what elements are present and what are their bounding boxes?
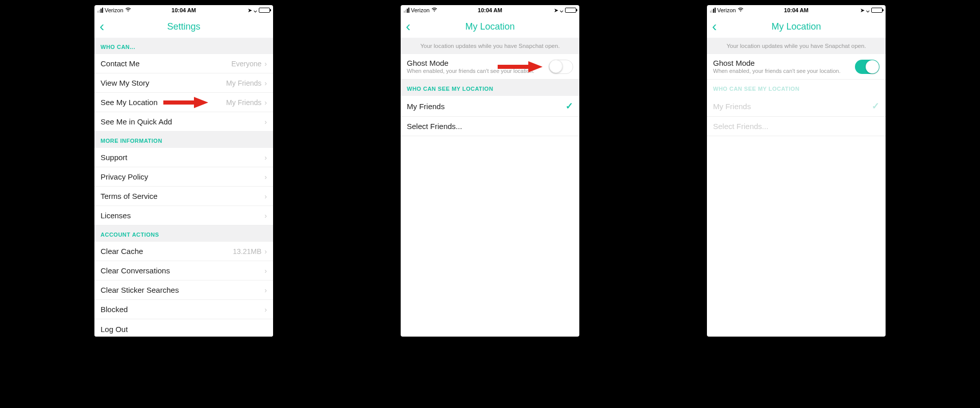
battery-icon [565,8,576,13]
row-view-my-story[interactable]: View My Story My Friends › [94,73,273,93]
chevron-right-icon: › [264,267,267,275]
signal-icon [97,8,103,13]
chevron-right-icon: › [264,192,267,200]
row-label: Clear Sticker Searches [101,286,264,294]
wifi-icon [431,7,437,13]
status-time: 10:04 AM [478,7,502,13]
section-header-who-can-see: WHO CAN SEE MY LOCATION [401,80,579,96]
location-icon: ➤ [860,7,865,14]
row-label: Ghost Mode [407,59,549,67]
row-ghost-mode[interactable]: Ghost Mode When enabled, your friends ca… [707,54,886,80]
row-label: Terms of Service [101,192,264,200]
chevron-right-icon: › [264,98,267,107]
section-header-more-info: MORE INFORMATION [94,132,273,148]
row-clear-conversations[interactable]: Clear Conversations › [94,261,273,280]
row-log-out[interactable]: Log Out [94,319,273,337]
row-licenses[interactable]: Licenses › [94,206,273,225]
chevron-right-icon: › [264,212,267,220]
row-label: Select Friends... [713,122,879,131]
location-icon: ➤ [554,7,558,14]
nav-bar: ‹ My Location [707,15,886,38]
row-label: Licenses [101,211,264,220]
row-contact-me[interactable]: Contact Me Everyone › [94,54,273,73]
back-button[interactable]: ‹ [712,19,717,34]
page-title: My Location [771,21,821,32]
signal-icon [404,8,409,13]
wifi-icon [125,7,131,13]
row-label: Privacy Policy [101,172,264,181]
chevron-right-icon: › [264,247,267,256]
row-label: Clear Conversations [101,266,264,275]
row-label: View My Story [101,79,226,87]
row-blocked[interactable]: Blocked › [94,300,273,319]
status-time: 10:04 AM [172,7,196,13]
battery-icon [871,8,883,13]
row-value: Everyone [231,60,261,68]
page-title: Settings [167,21,200,32]
row-label: Log Out [101,325,267,334]
chevron-right-icon: › [264,286,267,294]
row-label: Blocked [101,305,264,314]
page-title: My Location [465,21,514,32]
ghost-mode-toggle[interactable] [549,60,573,74]
row-label: Select Friends... [407,122,573,131]
row-label: Support [101,153,264,162]
row-label: My Friends [407,102,566,111]
nav-bar: ‹ Settings [94,15,273,38]
bluetooth-icon: ⌵ [560,7,564,14]
status-bar: Verizon 10:04 AM ➤ ⌵ [707,5,886,15]
back-button[interactable]: ‹ [100,19,104,34]
ghost-mode-toggle[interactable] [855,60,879,74]
location-icon: ➤ [248,7,252,14]
row-see-my-location[interactable]: See My Location My Friends › [94,93,273,112]
checkmark-icon: ✓ [872,100,879,112]
row-my-friends[interactable]: My Friends ✓ [401,96,579,117]
info-banner: Your location updates while you have Sna… [707,38,886,54]
checkmark-icon: ✓ [566,100,573,112]
row-label: Ghost Mode [713,59,855,67]
phone-screen-my-location-off: Verizon 10:04 AM ➤ ⌵ ‹ My Location Your … [401,5,579,337]
row-value: My Friends [226,98,261,107]
status-bar: Verizon 10:04 AM ➤ ⌵ [401,5,579,15]
row-clear-sticker-searches[interactable]: Clear Sticker Searches › [94,280,273,300]
row-ghost-mode[interactable]: Ghost Mode When enabled, your friends ca… [401,54,579,80]
section-header-who-can: WHO CAN... [94,38,273,54]
section-header-account-actions: ACCOUNT ACTIONS [94,225,273,242]
chevron-right-icon: › [264,118,267,126]
back-button[interactable]: ‹ [406,19,410,34]
row-value: 13.21MB [233,247,261,256]
row-label: My Friends [713,102,872,111]
wifi-icon [738,7,744,13]
nav-bar: ‹ My Location [401,15,579,38]
bluetooth-icon: ⌵ [254,7,257,14]
row-select-friends: Select Friends... [707,117,886,136]
row-select-friends[interactable]: Select Friends... [401,117,579,136]
carrier-label: Verizon [717,7,736,13]
row-support[interactable]: Support › [94,148,273,167]
chevron-right-icon: › [264,79,267,87]
chevron-right-icon: › [264,173,267,181]
battery-icon [259,8,270,13]
carrier-label: Verizon [105,7,124,13]
row-clear-cache[interactable]: Clear Cache 13.21MB › [94,242,273,261]
status-bar: Verizon 10:04 AM ➤ ⌵ [94,5,273,15]
row-see-me-quick-add[interactable]: See Me in Quick Add › [94,112,273,132]
chevron-right-icon: › [264,154,267,162]
bluetooth-icon: ⌵ [866,7,870,14]
carrier-label: Verizon [411,7,430,13]
chevron-right-icon: › [264,60,267,68]
row-label: See Me in Quick Add [101,117,264,126]
row-subtitle: When enabled, your friends can't see you… [713,67,855,74]
row-terms[interactable]: Terms of Service › [94,187,273,206]
row-privacy-policy[interactable]: Privacy Policy › [94,167,273,187]
row-my-friends: My Friends ✓ [707,96,886,117]
row-label: Clear Cache [101,247,233,256]
row-label: See My Location [101,98,226,107]
row-value: My Friends [226,79,261,87]
phone-screen-settings: Verizon 10:04 AM ➤ ⌵ ‹ Settings WHO CAN.… [94,5,273,337]
section-header-who-can-see: WHO CAN SEE MY LOCATION [707,80,886,96]
info-banner: Your location updates while you have Sna… [401,38,579,54]
chevron-right-icon: › [264,305,267,314]
row-subtitle: When enabled, your friends can't see you… [407,67,549,74]
phone-screen-my-location-on: Verizon 10:04 AM ➤ ⌵ ‹ My Location Your … [707,5,886,337]
